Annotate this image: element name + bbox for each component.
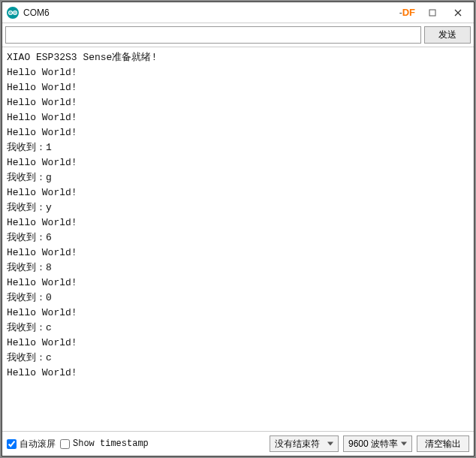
send-button[interactable]: 发送: [424, 26, 471, 44]
autoscroll-label: 自动滚屏: [20, 438, 56, 450]
send-row: 发送: [2, 23, 474, 47]
baud-rate-select[interactable]: 9600 波特率: [343, 435, 412, 452]
window-title: COM6: [23, 8, 50, 18]
line-ending-select[interactable]: 没有结束符: [270, 435, 339, 452]
titlebar: COM6 - DF: [2, 2, 474, 23]
titlebar-right: - DF: [399, 4, 471, 22]
maximize-button[interactable]: [420, 4, 445, 22]
close-button[interactable]: [445, 4, 471, 22]
timestamp-input[interactable]: [60, 439, 70, 449]
timestamp-label: Show timestamp: [73, 438, 149, 449]
line-ending-value: 没有结束符: [275, 438, 320, 450]
bottombar: 自动滚屏 Show timestamp 没有结束符 9600 波特率 清空输出: [2, 432, 474, 456]
maximize-icon: [429, 9, 436, 17]
svg-rect-5: [429, 10, 435, 16]
serial-input[interactable]: [5, 26, 421, 44]
autoscroll-input[interactable]: [7, 439, 17, 449]
close-icon: [454, 9, 462, 17]
timestamp-checkbox[interactable]: Show timestamp: [60, 438, 149, 449]
autoscroll-checkbox[interactable]: 自动滚屏: [7, 438, 56, 450]
serial-output[interactable]: XIAO ESP32S3 Sense准备就绪! Hello World! Hel…: [2, 47, 474, 432]
clear-output-button[interactable]: 清空输出: [417, 435, 469, 452]
baud-rate-value: 9600 波特率: [348, 438, 398, 450]
brand-label: DF: [402, 7, 415, 18]
arduino-icon: [7, 7, 19, 19]
serial-monitor-window: COM6 - DF 发送 XIAO ESP32S3 Sense准备就绪! Hel…: [2, 2, 474, 456]
